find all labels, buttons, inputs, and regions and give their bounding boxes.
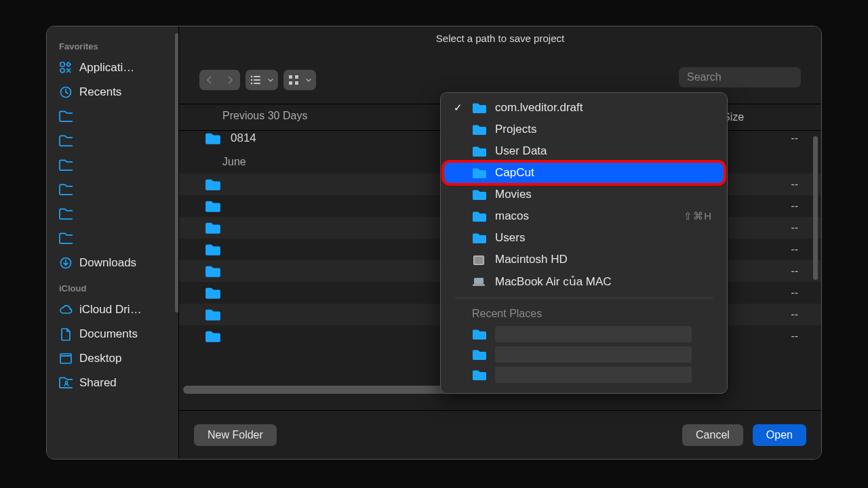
- chevron-down-icon: [267, 73, 275, 87]
- recent-place-label: [495, 346, 692, 363]
- folder-icon: [59, 183, 73, 197]
- sidebar-section-title: iCloud: [55, 275, 178, 298]
- sidebar-item[interactable]: Shared: [55, 371, 170, 395]
- sidebar-item[interactable]: [55, 129, 170, 153]
- folder-icon: [472, 348, 487, 361]
- sidebar-item-label: iCloud Dri…: [79, 303, 142, 317]
- path-popup-item[interactable]: Macintosh HD: [443, 249, 724, 270]
- cloud-icon: [59, 303, 73, 317]
- sidebar: FavoritesApplicati…RecentsDownloadsiClou…: [47, 26, 179, 459]
- recent-place-label: [495, 367, 692, 383]
- path-popup-item-label: MacBook Air của MAC: [495, 274, 612, 289]
- row-size: --: [791, 265, 798, 277]
- sidebar-item-label: Documents: [79, 327, 138, 341]
- chevron-down-icon: [304, 73, 313, 87]
- path-popup-item[interactable]: Users: [443, 227, 724, 249]
- row-size: --: [791, 200, 798, 212]
- folder-icon: [472, 123, 487, 136]
- sidebar-item-label: Applicati…: [79, 61, 134, 75]
- path-popup-item[interactable]: Movies: [443, 184, 724, 205]
- new-folder-button[interactable]: New Folder: [194, 424, 277, 446]
- sidebar-item[interactable]: [55, 153, 170, 178]
- folder-icon: [205, 131, 221, 145]
- path-popup-item[interactable]: Projects: [443, 119, 724, 140]
- recent-place-item[interactable]: [443, 344, 724, 365]
- chevron-left-icon: [204, 73, 215, 87]
- view-grid-button[interactable]: [283, 70, 316, 90]
- folder-icon: [472, 102, 487, 114]
- folder-icon: [205, 286, 221, 300]
- sidebar-item-label: Shared: [79, 376, 117, 390]
- nav-back-button[interactable]: [199, 70, 220, 90]
- row-size: --: [791, 287, 798, 299]
- shortcut-label: ⇧⌘H: [684, 210, 712, 222]
- folder-icon: [205, 199, 221, 213]
- row-size: --: [791, 308, 798, 321]
- popup-divider: [454, 298, 713, 298]
- path-popup-item-label: Movies: [495, 188, 532, 201]
- path-popup-item[interactable]: macos⇧⌘H: [443, 205, 724, 227]
- chevron-right-icon: [224, 73, 235, 87]
- folder-icon: [205, 221, 221, 235]
- sidebar-item[interactable]: iCloud Dri…: [55, 298, 170, 322]
- sidebar-item-label: Desktop: [79, 352, 121, 365]
- row-size: --: [791, 330, 798, 342]
- grid-view-icon: [287, 73, 300, 87]
- path-popup-item-label: Projects: [495, 123, 536, 136]
- disk-icon: [472, 253, 487, 266]
- cancel-button[interactable]: Cancel: [682, 424, 743, 446]
- recent-place-label: [495, 326, 692, 342]
- path-popup-item-label: CapCut: [495, 166, 534, 180]
- path-popup-item[interactable]: CapCut: [443, 162, 724, 184]
- folder-icon: [59, 207, 73, 221]
- nav-forward-button[interactable]: [220, 70, 240, 90]
- open-button[interactable]: Open: [753, 424, 806, 446]
- bottom-bar: New Folder Cancel Open: [179, 410, 821, 459]
- row-size: --: [791, 243, 798, 256]
- save-dialog: FavoritesApplicati…RecentsDownloadsiClou…: [46, 26, 822, 460]
- checkmark-icon: ✓: [452, 102, 464, 114]
- path-popup-item-label: User Data: [495, 144, 547, 158]
- sidebar-item[interactable]: Desktop: [55, 346, 170, 371]
- recent-place-item[interactable]: [443, 365, 724, 385]
- list-vscrollbar[interactable]: [813, 136, 818, 280]
- folder-icon: [205, 243, 221, 256]
- sidebar-item[interactable]: Applicati…: [55, 56, 170, 80]
- sidebar-item[interactable]: Documents: [55, 322, 170, 346]
- desktop-icon: [59, 352, 73, 365]
- shared-icon: [59, 376, 73, 390]
- sidebar-item[interactable]: [55, 226, 170, 251]
- sidebar-item-label: Downloads: [79, 256, 136, 270]
- row-size: --: [791, 132, 798, 144]
- folder-icon: [472, 369, 487, 381]
- list-view-icon: [249, 73, 262, 87]
- folder-icon: [472, 145, 487, 157]
- download-icon: [59, 256, 73, 270]
- sidebar-section-title: Favorites: [55, 33, 178, 56]
- search-input[interactable]: [679, 67, 801, 87]
- folder-icon: [472, 210, 487, 222]
- folder-icon: [472, 328, 487, 340]
- toolbar: [199, 67, 801, 93]
- folder-icon: [205, 264, 221, 278]
- row-size: --: [791, 178, 798, 190]
- clock-icon: [59, 85, 73, 99]
- recent-place-item[interactable]: [443, 324, 724, 344]
- folder-icon: [472, 167, 487, 179]
- recent-places-header: Recent Places: [443, 304, 724, 324]
- path-popup-item[interactable]: User Data: [443, 140, 724, 162]
- sidebar-item[interactable]: Downloads: [55, 251, 170, 275]
- sidebar-item[interactable]: Recents: [55, 80, 170, 104]
- sidebar-item[interactable]: [55, 202, 170, 226]
- view-list-button[interactable]: [245, 70, 278, 90]
- folder-icon: [472, 188, 487, 201]
- folder-icon: [59, 232, 73, 245]
- path-popup-item-label: Users: [495, 231, 525, 245]
- path-popup-item[interactable]: ✓com.lveditor.draft: [443, 97, 724, 119]
- folder-icon: [205, 308, 221, 321]
- sidebar-item[interactable]: [55, 178, 170, 202]
- path-popup-item[interactable]: MacBook Air của MAC: [443, 270, 724, 292]
- sidebar-item[interactable]: [55, 104, 170, 129]
- path-popup-item-label: macos: [495, 209, 529, 223]
- folder-icon: [205, 178, 221, 191]
